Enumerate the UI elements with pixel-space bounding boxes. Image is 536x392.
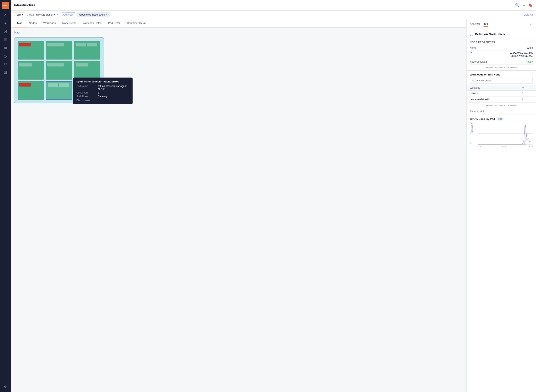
workload-w-2: Jo	[518, 97, 536, 103]
pod-tooltip: splunk-otel-collector-agent-pb759 Pod Na…	[73, 78, 133, 104]
tab-workload-detail[interactable]: Workload Detail	[80, 19, 105, 28]
cpu-interval-badge: 10s	[497, 117, 504, 121]
right-tab-analyzer[interactable]: Analyzer	[470, 22, 480, 27]
node-properties: Node Properties Name wxec ID ee93e085-ed…	[467, 39, 536, 70]
tab-workloads[interactable]: Workloads	[40, 19, 59, 28]
workload-w-1: D	[518, 91, 536, 97]
map-section-label: Map	[14, 31, 463, 34]
container-block-green-1-1	[47, 63, 63, 66]
chart-area: 10 5 0 cpu usage %	[470, 122, 533, 149]
time-value: -15m	[16, 13, 21, 16]
clear-all-button[interactable]: Clear All	[523, 13, 533, 16]
node-properties-title: Node Properties	[470, 39, 533, 45]
pod-cell-0-2[interactable]	[74, 41, 100, 60]
workload-name-1: coredns	[467, 91, 518, 97]
pod-cell-1-2[interactable]	[74, 61, 100, 79]
tab-container-detail[interactable]: Container Detail	[124, 19, 149, 28]
add-icon[interactable]: ＋	[522, 3, 526, 8]
nav-search[interactable]: ✦	[2, 20, 9, 27]
right-tab-info[interactable]: Info	[483, 22, 488, 27]
left-nav: splunk> ⌂ ✦ ⎇ ☰ ⊞ ◎ 🏷 ☑ ⚙	[0, 0, 11, 392]
tooltip-pod-name-val: splunk-otel-collector-agent-pb759	[98, 85, 129, 90]
bookmark-icon[interactable]: 🔖	[528, 3, 533, 8]
nav-grid[interactable]: ⊞	[2, 44, 9, 51]
top-bar: Infrastructure 🔍 ＋ 🔖	[11, 0, 536, 11]
container-block-green	[47, 43, 63, 47]
filter-tag-text: kubernetes_node: wxec	[79, 13, 105, 16]
nav-tags[interactable]: 🏷	[2, 61, 9, 68]
workloads-section: Workloads on this Node Workload W coredn…	[467, 70, 536, 392]
more-options-icon[interactable]: ···	[507, 33, 510, 36]
x-label-1225: 12:25	[528, 145, 533, 148]
table-row[interactable]: coredns D	[467, 91, 536, 97]
tooltip-pod-name-key: Pod Name	[77, 85, 97, 90]
nav-list[interactable]: ☰	[2, 36, 9, 43]
y-label-0: 0	[470, 142, 473, 145]
tooltip-cta[interactable]: Click to select	[77, 99, 129, 102]
pod-cell-0-0[interactable]	[18, 41, 44, 60]
add-filter-button[interactable]: Add Filter	[60, 12, 75, 17]
main-area: Infrastructure 🔍 ＋ 🔖 -15m ▾ Cluster: qlv…	[11, 0, 536, 392]
container-block-red-2-0	[19, 83, 31, 87]
pod-cell-2-0[interactable]	[18, 81, 44, 100]
cluster-name: qlvv-k3s-cluster	[36, 13, 53, 16]
nav-settings[interactable]: ⚙	[2, 383, 9, 390]
cpu-chart-header: CPU% Used By Pod 10s	[470, 117, 533, 121]
container-block-green-1-0	[19, 63, 32, 66]
prop-id-key: ID	[470, 52, 472, 55]
pod-cell-0-1[interactable]	[46, 41, 72, 60]
workloads-title: Workloads on this Node	[467, 70, 536, 78]
node-timestamp: Thu 09 Dec 2021 12:26:40 PM	[470, 65, 533, 70]
cluster-label: Cluster:	[27, 13, 35, 16]
tabs: Map Nodes Workloads Node Detail Workload…	[11, 19, 466, 28]
filter-tag-close-icon[interactable]: ×	[106, 13, 108, 16]
tab-pod-detail[interactable]: Pod Detail	[105, 19, 124, 28]
workload-timestamp: Thu 09 Dec 2021 12:26:40 PM	[467, 103, 536, 108]
w-col-header: W	[518, 85, 536, 91]
right-panel-tabs: Analyzer Info	[470, 22, 528, 27]
search-icon[interactable]: 🔍	[515, 3, 520, 8]
top-bar-icons: 🔍 ＋ 🔖	[515, 3, 533, 8]
container-block-green-b	[87, 43, 97, 47]
prop-row-id: ID ee93e085-ed0f-4df0-a052-32633b6fc91e	[470, 51, 533, 59]
app-logo[interactable]: splunk>	[2, 2, 9, 9]
right-panel-header: Analyzer Info ⤢	[467, 19, 536, 29]
x-label-1220: 12:20	[502, 145, 507, 148]
nav-home[interactable]: ⌂	[2, 11, 9, 19]
container-block-red	[19, 43, 31, 47]
cpu-chart-section: CPU% Used By Pod 10s 10 5 0 cpu	[467, 115, 536, 151]
node-container: splunk-otel-collector-agent-pb759 Pod Na…	[14, 37, 104, 103]
tooltip-phase-val: Running	[98, 95, 129, 98]
expand-panel-icon[interactable]: ⤢	[530, 22, 533, 26]
tooltip-phase-key: Pod Phase	[77, 95, 97, 98]
tooltip-containers-val: 2	[98, 91, 129, 94]
cpu-chart-svg	[478, 122, 533, 145]
workload-col-header: Workload	[467, 85, 518, 91]
y-axis-label: cpu usage %	[471, 123, 473, 135]
time-filter[interactable]: -15m ▾	[14, 12, 25, 17]
table-row[interactable]: helm-install-traefik Jo	[467, 97, 536, 103]
pod-cell-1-1[interactable]	[46, 61, 72, 79]
nav-alerts[interactable]: ◎	[2, 52, 9, 60]
pod-cell-1-0[interactable]	[18, 61, 44, 79]
container-block-green-a	[76, 43, 86, 47]
tooltip-containers-key: Containers	[77, 91, 97, 94]
prop-name-key: Name	[470, 47, 476, 49]
cluster-chevron-icon: ▾	[54, 13, 55, 16]
cluster-filter[interactable]: Cluster: qlvv-k3s-cluster ▾ ×	[27, 13, 58, 16]
prop-row-condition: Node Condition Ready	[470, 59, 533, 65]
workload-search-input[interactable]	[470, 78, 533, 84]
container-block-sel-a	[48, 83, 58, 87]
cluster-close-icon[interactable]: ×	[57, 13, 58, 16]
tab-nodes[interactable]: Nodes	[26, 19, 40, 28]
prop-condition-key: Node Condition	[470, 60, 487, 63]
prop-condition-val: Ready	[526, 60, 533, 63]
tab-map[interactable]: Map	[14, 19, 26, 28]
tab-node-detail[interactable]: Node Detail	[59, 19, 80, 28]
pod-cell-2-1[interactable]: splunk-otel-collector-agent-pb759 Pod Na…	[46, 81, 72, 100]
showing-all-label: Showing all 9	[467, 108, 536, 115]
prop-row-name: Name wxec	[470, 45, 533, 51]
nav-tasks[interactable]: ☑	[2, 69, 9, 76]
container-block-green-1-2	[76, 63, 88, 66]
nav-branch[interactable]: ⎇	[2, 28, 9, 35]
